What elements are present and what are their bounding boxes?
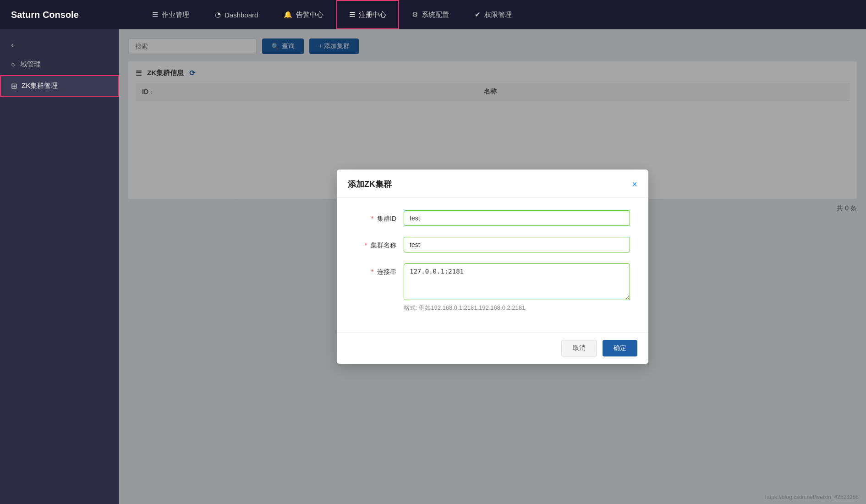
sidebar: ‹ ○域管理⊞ZK集群管理: [0, 29, 119, 504]
input-cluster-name[interactable]: [404, 237, 630, 252]
sidebar-item-icon: ⊞: [11, 82, 17, 90]
input-cluster-id[interactable]: [404, 210, 630, 226]
sidebar-item-icon: ○: [11, 60, 16, 69]
form-row-cluster-name: * 集群名称: [355, 237, 630, 252]
layout: ‹ ○域管理⊞ZK集群管理 🔍 查询 + 添加集群 ☰ ZK集群信息 ⟳: [0, 29, 866, 504]
modal-close-button[interactable]: ×: [632, 180, 637, 189]
nav-items: ☰作业管理◔Dashboard🔔告警中心☰注册中心⚙系统配置✔权限管理: [139, 0, 855, 29]
nav-icon: ☰: [152, 11, 158, 19]
nav-label: 告警中心: [296, 11, 323, 19]
label-connection-string: * 连接串: [355, 263, 396, 277]
main-content: 🔍 查询 + 添加集群 ☰ ZK集群信息 ⟳ ID ↕: [119, 29, 866, 504]
nav-label: 作业管理: [162, 11, 189, 19]
nav-item-system-config[interactable]: ⚙系统配置: [399, 0, 462, 29]
nav-label: 权限管理: [484, 11, 512, 19]
nav-label: 注册中心: [359, 11, 386, 19]
sidebar-back[interactable]: ‹: [0, 37, 119, 54]
input-connection-string[interactable]: 127.0.0.1:2181: [404, 263, 630, 300]
sidebar-item-domain-mgmt[interactable]: ○域管理: [0, 54, 119, 75]
nav-icon: ◔: [215, 11, 221, 19]
sidebar-item-label: ZK集群管理: [22, 82, 58, 90]
nav-label: Dashboard: [225, 11, 258, 19]
modal-title: 添加ZK集群: [348, 179, 392, 190]
modal-body: * 集群ID * 集群名称: [337, 197, 648, 332]
label-cluster-id: * 集群ID: [355, 210, 396, 224]
nav-item-permission-mgmt[interactable]: ✔权限管理: [462, 0, 525, 29]
modal-header: 添加ZK集群 ×: [337, 170, 648, 197]
modal-overlay: 添加ZK集群 × * 集群ID *: [119, 29, 866, 504]
form-hint: 格式: 例如192.168.0.1:2181,192.168.0.2:2181: [404, 304, 630, 312]
cancel-button[interactable]: 取消: [561, 340, 597, 356]
nav-icon: ✔: [475, 11, 481, 19]
form-row-cluster-id: * 集群ID: [355, 210, 630, 226]
sidebar-item-zk-cluster-mgmt[interactable]: ⊞ZK集群管理: [0, 75, 119, 97]
modal-footer: 取消 确定: [337, 332, 648, 364]
nav-icon: ⚙: [412, 11, 418, 19]
nav-item-dashboard[interactable]: ◔Dashboard: [202, 0, 271, 29]
nav-item-registry-center[interactable]: ☰注册中心: [336, 0, 399, 29]
nav-icon: 🔔: [284, 11, 292, 19]
label-cluster-name: * 集群名称: [355, 237, 396, 250]
nav-label: 系统配置: [422, 11, 449, 19]
topnav: Saturn Console ☰作业管理◔Dashboard🔔告警中心☰注册中心…: [0, 0, 866, 29]
confirm-button[interactable]: 确定: [603, 340, 637, 356]
sidebar-item-label: 域管理: [20, 60, 41, 69]
nav-item-job-mgmt[interactable]: ☰作业管理: [139, 0, 202, 29]
brand: Saturn Console: [11, 10, 139, 20]
nav-icon: ☰: [349, 11, 355, 19]
nav-item-alert-center[interactable]: 🔔告警中心: [271, 0, 336, 29]
modal: 添加ZK集群 × * 集群ID *: [337, 170, 648, 364]
form-row-connection-string: * 连接串 127.0.0.1:2181: [355, 263, 630, 300]
